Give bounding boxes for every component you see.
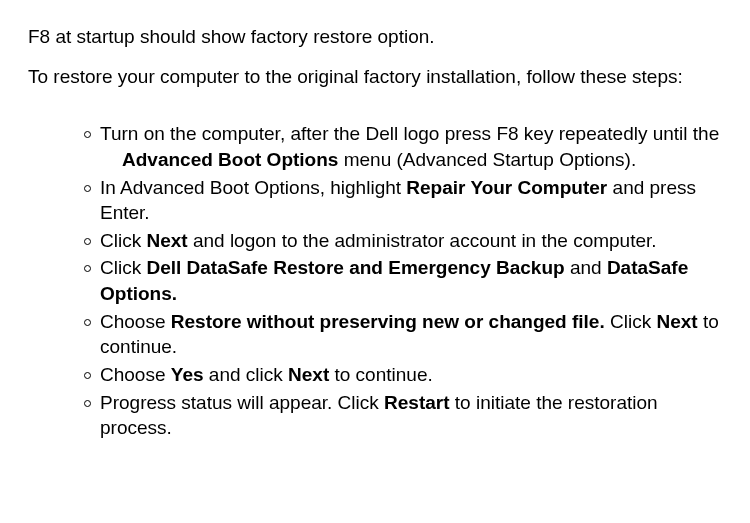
step-4-text-c: and (565, 257, 607, 278)
step-6-bold-1: Yes (171, 364, 204, 385)
step-1-text-b: menu (Advanced Startup Options). (338, 149, 636, 170)
step-2: In Advanced Boot Options, highlight Repa… (88, 175, 722, 226)
step-3-bold: Next (146, 230, 187, 251)
step-5-bold-1: Restore without preserving new or change… (171, 311, 605, 332)
document-body: F8 at startup should show factory restor… (0, 0, 750, 441)
step-7-text-a: Progress status will appear. Click (100, 392, 384, 413)
step-6-text-e: to continue. (329, 364, 433, 385)
step-2-text-a: In Advanced Boot Options, highlight (100, 177, 406, 198)
step-5-text-a: Choose (100, 311, 171, 332)
step-6: Choose Yes and click Next to continue. (88, 362, 722, 388)
intro-paragraph-2: To restore your computer to the original… (28, 64, 722, 90)
step-6-text-a: Choose (100, 364, 171, 385)
step-4: Click Dell DataSafe Restore and Emergenc… (88, 255, 722, 306)
step-1-bold: Advanced Boot Options (122, 149, 338, 170)
step-3: Click Next and logon to the administrato… (88, 228, 722, 254)
step-4-bold-1: Dell DataSafe Restore and Emergency Back… (146, 257, 564, 278)
step-6-text-c: and click (204, 364, 288, 385)
step-5: Choose Restore without preserving new or… (88, 309, 722, 360)
step-7: Progress status will appear. Click Resta… (88, 390, 722, 441)
step-5-text-c: Click (605, 311, 657, 332)
step-1: Turn on the computer, after the Dell log… (88, 121, 722, 172)
intro-paragraph-1: F8 at startup should show factory restor… (28, 24, 722, 50)
step-3-text-a: Click (100, 230, 146, 251)
step-6-bold-2: Next (288, 364, 329, 385)
step-1-text-a: Turn on the computer, after the Dell log… (100, 123, 719, 144)
step-4-text-a: Click (100, 257, 146, 278)
step-5-bold-2: Next (656, 311, 697, 332)
steps-list: Turn on the computer, after the Dell log… (28, 121, 722, 441)
step-2-bold: Repair Your Computer (406, 177, 607, 198)
step-7-bold: Restart (384, 392, 449, 413)
step-3-text-c: and logon to the administrator account i… (188, 230, 657, 251)
